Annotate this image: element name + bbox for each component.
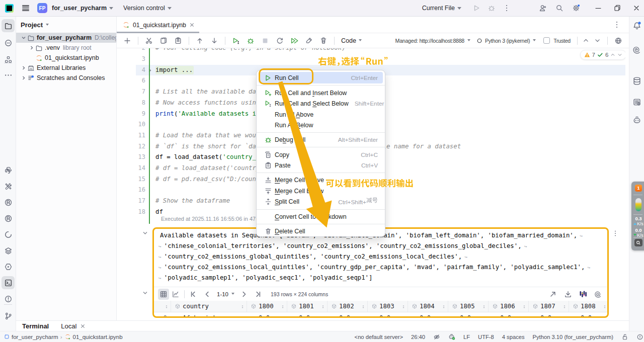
output-fold-chevron-icon[interactable] (142, 230, 148, 236)
database-icon[interactable] (632, 76, 641, 86)
status-python-3-10-for-user-pycharm-[interactable]: Python 3.10 (for_user_pycharm) (533, 334, 613, 340)
status-utf-8[interactable]: UTF-8 (478, 334, 494, 340)
menu-item-run-cell-and-select-below[interactable]: Run Cell and Select BelowShift+Enter (257, 98, 385, 109)
column-header-1800[interactable]: 1800 (247, 301, 287, 312)
column-sort-icon[interactable] (165, 304, 169, 310)
next-cell-icon[interactable] (594, 37, 601, 44)
run-button-icon[interactable] (472, 4, 480, 12)
tool-strip-problems[interactable] (2, 292, 15, 305)
column-sort-icon[interactable] (401, 304, 406, 310)
column-sort-icon[interactable] (321, 304, 325, 310)
inspections-widget[interactable]: 7 6 (580, 50, 625, 60)
tab-options-kebab-icon[interactable] (613, 21, 621, 29)
main-menu-icon[interactable] (22, 5, 29, 11)
search-everywhere-icon[interactable] (555, 4, 564, 12)
menu-item-merge-cell-below[interactable]: Merge Cell Below (257, 186, 385, 197)
tab-close-icon[interactable] (189, 22, 195, 28)
more-actions-kebab-icon[interactable] (503, 4, 511, 12)
tool-strip-r-console[interactable] (2, 196, 15, 209)
close-window-icon[interactable] (632, 4, 640, 12)
add-cell-icon[interactable] (123, 37, 131, 45)
download-icon[interactable] (564, 290, 572, 298)
lock-open-icon[interactable] (621, 333, 628, 340)
tool-strip-layers[interactable] (2, 244, 15, 257)
run-cell-icon[interactable] (232, 37, 240, 45)
fold-chevron-icon[interactable] (147, 68, 152, 73)
tool-strip-more[interactable] (2, 68, 15, 81)
chart-view-button[interactable] (170, 289, 181, 300)
ai-spiral-icon[interactable] (632, 45, 641, 54)
tree-item-external-libraries[interactable]: External Libraries (16, 63, 116, 73)
tool-strip-commit[interactable] (2, 36, 15, 49)
tool-strip-git[interactable] (2, 309, 15, 322)
menu-item-run-all-below[interactable]: Run All Below (257, 120, 385, 131)
column-sort-icon[interactable] (442, 304, 446, 310)
paste-cell-icon[interactable] (174, 37, 182, 45)
open-external-icon[interactable] (549, 290, 557, 298)
settings-icon[interactable] (572, 4, 580, 12)
tool-strip-terminal[interactable] (2, 276, 15, 289)
copy-cell-icon[interactable] (159, 37, 168, 45)
error-circle-icon[interactable] (636, 333, 643, 340)
open-in-browser-icon[interactable] (614, 37, 622, 45)
delete-cell-icon[interactable] (319, 37, 328, 45)
tool-strip-tools[interactable] (2, 180, 15, 193)
restore-window-icon[interactable] (613, 4, 621, 12)
tree-item--venv[interactable]: .venvlibrary root (16, 43, 116, 53)
chevron-right-icon[interactable] (21, 75, 26, 80)
column-header-1804[interactable]: 1804 (408, 301, 448, 312)
chevron-right-icon[interactable] (29, 45, 34, 50)
column-header-1803[interactable]: 1803 (368, 301, 408, 312)
column-sort-icon[interactable] (482, 304, 486, 310)
column-header-country[interactable]: country (171, 301, 247, 312)
chevron-up-icon[interactable] (610, 52, 615, 57)
code-with-me-icon[interactable] (539, 4, 547, 12)
code-line-3[interactable]: 3 (117, 54, 625, 65)
column-sort-icon[interactable] (240, 304, 245, 310)
column-header-1805[interactable]: 1805 (448, 301, 489, 312)
page-last-button[interactable] (253, 289, 264, 300)
page-range[interactable]: 1-10 (217, 291, 228, 297)
move-cell-up-icon[interactable] (196, 37, 204, 45)
debug-button-icon[interactable] (488, 4, 496, 12)
column-header-1802[interactable]: 1802 (328, 301, 368, 312)
data-walker-icon[interactable] (579, 290, 587, 298)
row-index-column-header[interactable] (154, 301, 171, 312)
column-header-1806[interactable]: 1806 (489, 301, 529, 312)
menu-item-split-cell[interactable]: Split CellCtrl+Shift+ (257, 197, 385, 208)
stop-kernel-icon[interactable] (261, 37, 269, 45)
menu-item-delete-cell[interactable]: Delete Cell (257, 226, 385, 237)
column-sort-icon[interactable] (281, 304, 285, 310)
breadcrumb-file[interactable]: 01_quickstart.ipynb (73, 334, 123, 340)
trusted-checkbox[interactable] (543, 37, 550, 44)
restart-kernel-icon[interactable] (276, 37, 284, 45)
copilot-chat-icon[interactable] (632, 116, 641, 125)
tool-strip-folder[interactable] (2, 19, 15, 32)
tool-strip-python[interactable] (2, 163, 15, 177)
menu-item-paste[interactable]: PasteCtrl+V (257, 160, 385, 171)
output-table-row[interactable]: 0Afghanistan0.00.00.00.00.00.00.00.00.0 (154, 312, 607, 318)
eye-slash-icon[interactable] (433, 333, 440, 340)
net-speed-widget[interactable]: 1 0.3 K/s 0.0 K/s (631, 182, 644, 250)
menu-item-merge-cell-above[interactable]: Merge Cell Above (257, 175, 385, 186)
copilot-status-icon[interactable] (448, 333, 455, 340)
version-control-selector[interactable]: Version control (123, 5, 172, 12)
tree-item-scratches-and-consoles[interactable]: Scratches and Consoles (16, 73, 116, 83)
menu-item-copy[interactable]: CopyCtrl+C (257, 149, 385, 160)
column-sort-icon[interactable] (522, 304, 526, 310)
menu-item-run-cell-and-insert-below[interactable]: Run Cell and Insert Below (257, 88, 385, 99)
tool-strip-r-graphics[interactable] (2, 212, 15, 225)
project-badge[interactable]: FP (37, 3, 47, 13)
output-options-kebab-icon[interactable] (612, 229, 619, 237)
at-spiral-icon[interactable] (594, 290, 602, 298)
menu-item-debug-cell[interactable]: Debug CellAlt+Shift+Enter (257, 135, 385, 146)
column-sort-icon[interactable] (562, 304, 567, 310)
run-all-icon[interactable] (290, 37, 298, 45)
tool-strip-services[interactable] (2, 260, 15, 273)
column-sort-icon[interactable] (603, 304, 607, 310)
column-header-1807[interactable]: 1807 (529, 301, 569, 312)
project-name-selector[interactable]: for_user_pycharm (52, 5, 113, 12)
tab-01-quickstart[interactable]: 01_quickstart.ipynb (119, 17, 199, 33)
menu-item-convert-cell-to-markdown[interactable]: Convert Cell to Markdown (257, 211, 385, 222)
status-26-40[interactable]: 26:40 (411, 334, 425, 340)
